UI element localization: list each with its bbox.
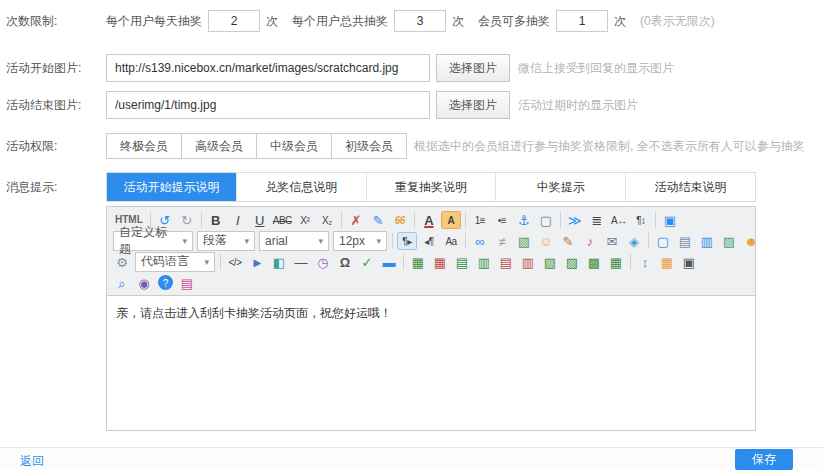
- background-icon[interactable]: ▨: [719, 232, 739, 250]
- bold-icon[interactable]: B: [206, 211, 226, 229]
- scrawl-icon[interactable]: ✎: [558, 232, 578, 250]
- activity-settings-page: 次数限制: 每个用户每天抽奖 次 每个用户总共抽奖 次 会员可多抽奖 次 (0表…: [0, 0, 823, 470]
- snapscreen-icon[interactable]: ▢: [653, 232, 673, 250]
- back-color-icon[interactable]: A: [441, 211, 461, 229]
- end-image-pick-button[interactable]: 选择图片: [436, 91, 510, 119]
- merge-cells-icon[interactable]: ▧: [540, 253, 560, 271]
- insert-col-icon[interactable]: ▥: [474, 253, 494, 271]
- message-label: 消息提示:: [6, 179, 106, 196]
- save-button[interactable]: 保存: [735, 449, 793, 470]
- toolbar-row-4: ⌕◉?▤: [111, 272, 751, 293]
- date-time-icon[interactable]: ◷: [313, 253, 333, 271]
- delete-table-icon[interactable]: ▦: [430, 253, 450, 271]
- fullscreen-icon[interactable]: ▣: [660, 211, 680, 229]
- toolbar-separator: [465, 233, 466, 249]
- insert-code-icon[interactable]: </>: [225, 253, 245, 271]
- tab-start-message[interactable]: 活动开始提示说明: [107, 173, 237, 201]
- preview-icon[interactable]: ◉: [134, 274, 154, 292]
- start-image-input[interactable]: [106, 54, 430, 82]
- word-image-icon[interactable]: ▤: [675, 232, 695, 250]
- limit-total-input[interactable]: [394, 10, 446, 32]
- spellcheck-icon[interactable]: ✓: [357, 253, 377, 271]
- drafts-icon[interactable]: ▤: [177, 274, 197, 292]
- superscript-icon[interactable]: X²: [295, 211, 315, 229]
- search-replace-icon[interactable]: ⌕: [112, 274, 132, 292]
- merge-down-icon[interactable]: ▦: [606, 253, 626, 271]
- indent-icon[interactable]: ≫: [565, 211, 585, 229]
- limit-member-text: 会员可多抽奖: [478, 13, 550, 30]
- line-height-icon[interactable]: ≣: [587, 211, 607, 229]
- anchor-icon[interactable]: ⚓: [514, 211, 534, 229]
- insert-frame-icon[interactable]: ▢: [536, 211, 556, 229]
- print-icon[interactable]: ▣: [679, 253, 699, 271]
- attachment-icon[interactable]: ✉: [602, 232, 622, 250]
- map-icon[interactable]: ◈: [624, 232, 644, 250]
- member-middle-button[interactable]: 中级会员: [256, 133, 332, 159]
- link-icon[interactable]: ∞: [470, 232, 490, 250]
- insert-row-icon[interactable]: ▤: [452, 253, 472, 271]
- table-sort-icon[interactable]: ↕: [635, 253, 655, 271]
- emotion-icon[interactable]: ☺: [536, 232, 556, 250]
- image-icon[interactable]: ▧: [514, 232, 534, 250]
- font-color-icon[interactable]: A: [419, 211, 439, 229]
- ordered-list-icon[interactable]: 1≡: [470, 211, 490, 229]
- insert-video-icon[interactable]: ▶: [247, 253, 267, 271]
- tab-repeat-message[interactable]: 重复抽奖说明: [367, 173, 497, 201]
- horizontal-rule-icon[interactable]: —: [291, 253, 311, 271]
- delete-col-icon[interactable]: ▥: [518, 253, 538, 271]
- end-image-input[interactable]: [106, 91, 430, 119]
- dir-rtl-icon[interactable]: ◂¶: [419, 232, 439, 250]
- screen-shot-icon[interactable]: ◧: [269, 253, 289, 271]
- paragraph-format-dropdown[interactable]: 段落▾: [197, 231, 255, 251]
- dir-ltr-icon[interactable]: ¶▸: [397, 232, 417, 250]
- tab-redeem-message[interactable]: 兑奖信息说明: [237, 173, 367, 201]
- remove-format-icon[interactable]: ✗: [346, 211, 366, 229]
- format-painter-icon[interactable]: ✎: [368, 211, 388, 229]
- italic-icon[interactable]: I: [228, 211, 248, 229]
- insert-table-icon[interactable]: ▦: [408, 253, 428, 271]
- back-button[interactable]: 返回: [20, 453, 44, 470]
- member-ultimate-button[interactable]: 终极会员: [106, 133, 182, 159]
- template-icon[interactable]: ▥: [697, 232, 717, 250]
- font-size-dropdown[interactable]: 12px▾: [333, 231, 387, 251]
- limit-member-input[interactable]: [556, 10, 608, 32]
- code-language-dropdown-value: 代码语言: [141, 253, 189, 270]
- chevron-down-icon: ▾: [318, 236, 323, 246]
- letter-case-icon[interactable]: Aa: [441, 232, 461, 250]
- unordered-list-icon[interactable]: •≡: [492, 211, 512, 229]
- delete-row-icon[interactable]: ▤: [496, 253, 516, 271]
- start-image-label: 活动开始图片:: [6, 60, 106, 77]
- start-image-pick-button[interactable]: 选择图片: [436, 54, 510, 82]
- custom-title-dropdown[interactable]: 自定义标题▾: [113, 231, 193, 251]
- strikethrough-icon[interactable]: ABC: [272, 211, 293, 229]
- music-icon[interactable]: ♪: [580, 232, 600, 250]
- editor-content[interactable]: 亲，请点击进入刮刮卡抽奖活动页面，祝您好运哦！: [107, 296, 755, 430]
- permission-hint: 根据选中的会员组进行参与抽奖资格限制, 全不选表示所有人可以参与抽奖: [414, 138, 805, 155]
- redo-icon[interactable]: ↻: [177, 211, 197, 229]
- special-char-icon[interactable]: Ω: [335, 253, 355, 271]
- split-cells-icon[interactable]: ▨: [562, 253, 582, 271]
- font-family-dropdown[interactable]: arial▾: [259, 231, 329, 251]
- tab-win-message[interactable]: 中奖提示: [496, 173, 626, 201]
- rich-text-editor: HTML↺↻BIUABCX²X₂✗✎66AA1≡•≡⚓▢≫≣A↔¶↕▣ 自定义标…: [106, 206, 756, 431]
- table-background-icon[interactable]: ▦: [657, 253, 677, 271]
- member-senior-button[interactable]: 高级会员: [181, 133, 257, 159]
- blockquote-icon[interactable]: 66: [390, 211, 410, 229]
- end-image-row: 活动结束图片: 选择图片 活动过期时的显示图片: [0, 91, 823, 119]
- code-language-dropdown[interactable]: 代码语言▾: [135, 252, 215, 272]
- limit-daily-input[interactable]: [208, 10, 260, 32]
- tab-end-message[interactable]: 活动结束说明: [626, 173, 755, 201]
- merge-right-icon[interactable]: ▩: [584, 253, 604, 271]
- underline-icon[interactable]: U: [250, 211, 270, 229]
- letter-spacing-icon[interactable]: A↔: [609, 211, 629, 229]
- font-family-dropdown-value: arial: [265, 234, 288, 248]
- subscript-icon[interactable]: X₂: [317, 211, 337, 229]
- help-icon[interactable]: ?: [158, 275, 173, 290]
- paragraph-spacing-icon[interactable]: ¶↕: [631, 211, 651, 229]
- toolbar-separator: [403, 254, 404, 270]
- member-junior-button[interactable]: 初级会员: [331, 133, 407, 159]
- code-settings-icon[interactable]: ⚙: [112, 253, 132, 271]
- page-break-icon[interactable]: ▬: [379, 253, 399, 271]
- unlink-icon[interactable]: ≠: [492, 232, 512, 250]
- smiley-icon[interactable]: ☻: [741, 232, 761, 250]
